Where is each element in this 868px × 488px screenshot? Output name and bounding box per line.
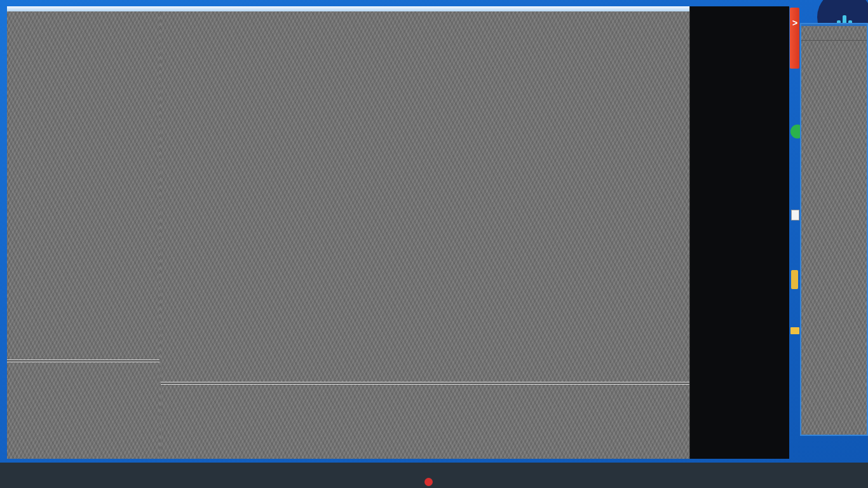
analyzer-main-window (7, 6, 789, 459)
spectrum-ch2-panel (161, 384, 689, 459)
action-center-button[interactable] (848, 463, 867, 488)
analyzer-titlebar[interactable] (7, 6, 689, 11)
multimeter-panel (689, 6, 789, 459)
chevron-right-icon: > (792, 18, 797, 28)
background-windows-strip: > (789, 0, 800, 459)
background-red-window-edge[interactable]: > (790, 8, 799, 69)
desktop: > (0, 0, 868, 488)
oscilloscope-ch2-panel (7, 362, 159, 459)
notification-badge (424, 478, 433, 486)
background-doc-icon (791, 210, 799, 220)
control-panel-window (800, 23, 868, 436)
control-panel-titlebar[interactable] (801, 24, 867, 41)
weather-widget[interactable] (414, 463, 424, 488)
background-pencil-icon (791, 270, 798, 289)
background-folder-icon (790, 327, 799, 334)
oscilloscope-ch1-panel (7, 11, 159, 360)
background-app-icon (790, 125, 800, 139)
spectrum-ch1-panel (161, 11, 689, 382)
system-tray (831, 463, 868, 488)
multimeter-header (690, 8, 789, 23)
taskbar (0, 463, 868, 488)
